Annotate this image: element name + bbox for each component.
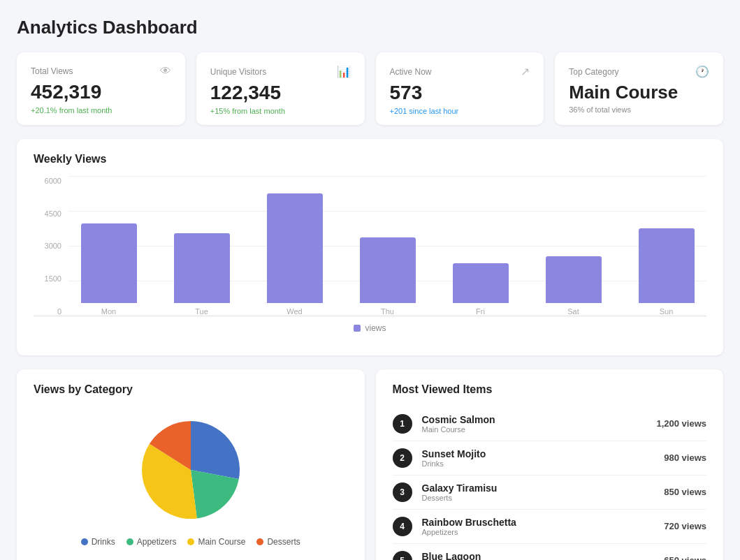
bar-col: Fri <box>440 263 521 316</box>
mv-info: Sunset Mojito Drinks <box>422 448 665 468</box>
card-label-3: Top Category <box>569 67 618 77</box>
mv-rank: 5 <box>393 551 412 560</box>
mv-views: 850 views <box>664 487 706 497</box>
bar-day-label: Sat <box>567 307 579 316</box>
card-value-2: 573 <box>390 82 530 104</box>
pie-legend-label: Appetizers <box>137 537 177 547</box>
card-label-2: Active Now <box>390 67 432 77</box>
card-header-2: Active Now ↗ <box>390 65 530 78</box>
bar-chart-area: 01500300045006000 Mon Tue Wed Thu Fri Sa… <box>34 177 706 344</box>
bar-rect <box>546 256 602 303</box>
pie-legend-dot <box>81 538 88 545</box>
mv-rank: 4 <box>393 517 412 536</box>
card-icon-3: 🕐 <box>695 65 709 78</box>
card-sub-2: +201 since last hour <box>390 107 530 115</box>
card-label-0: Total Views <box>31 66 73 76</box>
y-axis-label: 4500 <box>34 209 66 218</box>
card-header-0: Total Views 👁 <box>31 65 171 78</box>
bar-col: Wed <box>254 193 335 316</box>
card-icon-1: 📊 <box>337 65 351 78</box>
mv-views: 980 views <box>664 452 706 463</box>
y-axis-label: 3000 <box>34 242 66 250</box>
pie-chart-title: Views by Category <box>34 383 348 396</box>
mv-category: Appetizers <box>422 528 665 536</box>
most-viewed-title: Most Viewed Items <box>393 383 707 396</box>
bar-chart-legend: views <box>34 323 706 333</box>
card-value-0: 452,319 <box>31 82 171 103</box>
mv-info: Cosmic Salmon Main Course <box>422 414 657 434</box>
pie-legend-dot <box>126 538 133 545</box>
card-label-1: Unique Visitors <box>210 67 266 77</box>
bar-rect <box>174 233 230 303</box>
most-viewed-card: Most Viewed Items 1 Cosmic Salmon Main C… <box>376 369 724 560</box>
stats-row: Total Views 👁 452,319 +20.1% from last m… <box>17 52 723 125</box>
mv-name: Rainbow Bruschetta <box>422 517 665 528</box>
most-viewed-item: 3 Galaxy Tiramisu Desserts 850 views <box>393 476 707 510</box>
y-axis-label: 1500 <box>34 274 66 283</box>
pie-legend-label: Desserts <box>267 537 300 547</box>
mv-rank: 3 <box>393 482 412 502</box>
card-header-3: Top Category 🕐 <box>569 65 709 78</box>
mv-name: Galaxy Tiramisu <box>422 482 665 494</box>
bar-day-label: Sun <box>660 307 674 316</box>
pie-legend-item: Main Course <box>187 537 245 547</box>
bar-rect <box>639 228 695 303</box>
mv-info: Rainbow Bruschetta Appetizers <box>422 517 665 536</box>
stat-card-1: Unique Visitors 📊 122,345 +15% from last… <box>196 52 365 125</box>
stat-card-3: Top Category 🕐 Main Course 36% of total … <box>555 52 723 125</box>
bottom-row: Views by Category Drinks Appetizers Main… <box>17 369 723 560</box>
bar-legend-label: views <box>365 323 386 333</box>
page-title: Analytics Dashboard <box>17 17 723 38</box>
bar-day-label: Tue <box>195 307 208 316</box>
mv-category: Desserts <box>422 494 665 502</box>
bar-col: Mon <box>68 223 149 315</box>
y-axis: 01500300045006000 <box>34 177 66 316</box>
bar-day-label: Thu <box>381 307 394 316</box>
mv-category: Drinks <box>422 459 665 468</box>
card-icon-2: ↗ <box>521 65 530 78</box>
pie-legend-item: Desserts <box>256 537 300 547</box>
most-viewed-item: 2 Sunset Mojito Drinks 980 views <box>393 441 707 476</box>
bar-rect <box>81 223 137 302</box>
pie-container: Drinks Appetizers Main Course Desserts <box>34 407 348 547</box>
most-viewed-item: 5 Blue Lagoon Drinks 650 views <box>393 544 707 560</box>
pie-segment <box>191 421 240 479</box>
mv-name: Blue Lagoon <box>422 551 665 560</box>
pie-legend: Drinks Appetizers Main Course Desserts <box>81 537 300 547</box>
y-axis-label: 6000 <box>34 177 66 185</box>
mv-views: 1,200 views <box>656 418 706 429</box>
y-axis-label: 0 <box>34 307 66 316</box>
pie-legend-item: Drinks <box>81 537 115 547</box>
pie-legend-label: Main Course <box>198 537 245 547</box>
card-sub-1: +15% from last month <box>210 107 351 115</box>
bar-legend-dot <box>354 325 361 332</box>
card-value-1: 122,345 <box>210 82 351 104</box>
bar-day-label: Mon <box>101 307 116 316</box>
mv-name: Cosmic Salmon <box>422 414 657 425</box>
card-sub-0: +20.1% from last month <box>31 106 171 115</box>
most-viewed-item: 1 Cosmic Salmon Main Course 1,200 views <box>393 407 707 441</box>
mv-rank: 1 <box>393 414 412 434</box>
card-icon-0: 👁 <box>160 65 171 78</box>
bar-col: Thu <box>347 237 428 315</box>
mv-views: 650 views <box>664 555 706 560</box>
bar-chart-inner: 01500300045006000 Mon Tue Wed Thu Fri Sa… <box>34 177 706 316</box>
bar-rect <box>360 237 416 302</box>
most-viewed-list: 1 Cosmic Salmon Main Course 1,200 views … <box>393 407 707 560</box>
bar-day-label: Wed <box>286 307 302 316</box>
bar-col: Tue <box>161 233 242 316</box>
bar-col: Sat <box>533 256 614 316</box>
pie-legend-label: Drinks <box>92 537 115 547</box>
bar-chart-title: Weekly Views <box>34 153 706 165</box>
card-value-3: Main Course <box>569 82 709 103</box>
card-header-1: Unique Visitors 📊 <box>210 65 351 78</box>
bar-rect <box>453 263 509 303</box>
mv-views: 720 views <box>664 521 706 531</box>
pie-legend-dot <box>187 538 194 545</box>
stat-card-0: Total Views 👁 452,319 +20.1% from last m… <box>17 52 185 125</box>
pie-legend-item: Appetizers <box>126 537 177 547</box>
card-sub-3: 36% of total views <box>569 105 709 114</box>
mv-category: Main Course <box>422 425 657 434</box>
stat-card-2: Active Now ↗ 573 +201 since last hour <box>376 52 544 125</box>
mv-info: Blue Lagoon Drinks <box>422 551 665 560</box>
